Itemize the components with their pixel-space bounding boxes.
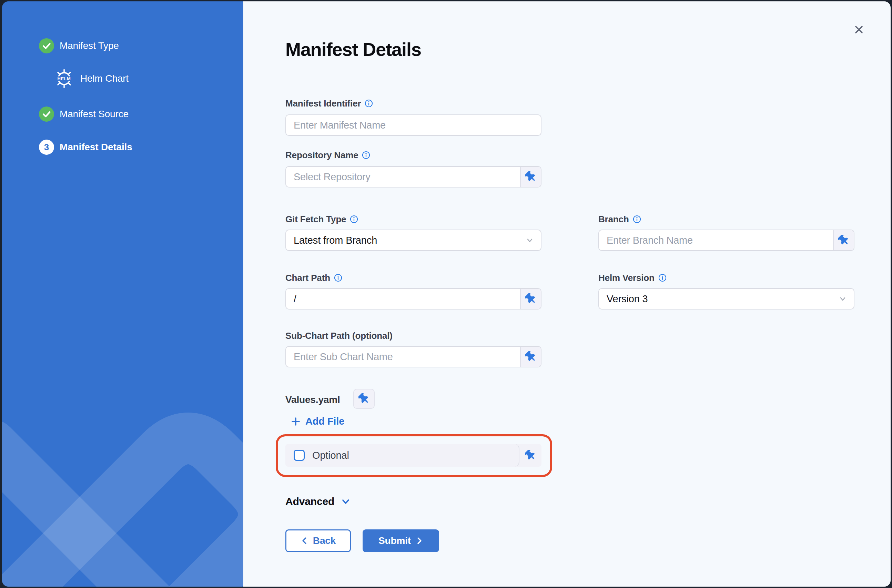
advanced-label: Advanced: [285, 496, 334, 507]
selected-value: Latest from Branch: [294, 235, 377, 246]
helm-version-label: Helm Version: [598, 272, 667, 284]
back-button[interactable]: Back: [285, 530, 351, 552]
pin-icon: [838, 235, 849, 246]
optional-checkbox-label: Optional: [312, 450, 349, 461]
branch-input[interactable]: [599, 230, 833, 250]
chevron-down-icon: [340, 496, 352, 507]
chart-path-field: [285, 288, 541, 309]
sub-chart-path-field: [285, 346, 541, 368]
label-text: Helm Version: [598, 273, 655, 284]
repository-name-label: Repository Name: [285, 150, 370, 160]
values-yaml-label: Values.yaml: [285, 394, 340, 405]
optional-checkbox[interactable]: [294, 450, 305, 461]
helm-badge-text: HELM: [58, 76, 71, 81]
manifest-identifier-field: [285, 114, 541, 136]
step-label: Manifest Details: [60, 142, 132, 153]
manifest-identifier-label: Manifest Identifier: [285, 98, 373, 109]
check-icon: [39, 38, 54, 53]
submit-label: Submit: [378, 535, 411, 546]
step-label: Manifest Type: [60, 40, 119, 51]
chevron-down-icon: [837, 293, 848, 304]
add-file-label: Add File: [305, 416, 344, 427]
manifest-details-panel: Manifest Details Manifest Identifier Rep…: [243, 2, 891, 586]
step-label: Manifest Source: [60, 109, 129, 120]
label-text: Repository Name: [285, 150, 358, 160]
optional-row-body: Optional: [285, 444, 519, 466]
label-text: Git Fetch Type: [285, 214, 346, 225]
label-text: Manifest Identifier: [285, 98, 361, 109]
sidebar-selected-type-helm-chart: HELM Helm Chart: [55, 69, 129, 88]
sidebar-step-manifest-details[interactable]: 3 Manifest Details: [39, 140, 132, 155]
helm-icon: HELM: [55, 69, 73, 88]
pin-runtime-input-button[interactable]: [520, 289, 541, 309]
selected-type-label: Helm Chart: [80, 73, 129, 84]
sidebar-step-manifest-type[interactable]: Manifest Type: [39, 38, 119, 53]
submit-button[interactable]: Submit: [363, 530, 439, 552]
pin-runtime-input-button[interactable]: [833, 230, 854, 250]
check-icon: [39, 38, 54, 53]
manifest-wizard-modal: Manifest Type HELM Helm Chart: [2, 2, 891, 586]
label-text: Branch: [598, 214, 629, 225]
branch-field: [598, 230, 855, 251]
sidebar-step-manifest-source[interactable]: Manifest Source: [39, 106, 129, 122]
page-title: Manifest Details: [285, 39, 421, 60]
chart-path-input[interactable]: [286, 289, 520, 309]
close-icon[interactable]: [852, 23, 866, 36]
step-number-badge: 3: [39, 140, 54, 155]
branch-label: Branch: [598, 214, 642, 225]
pin-icon: [525, 171, 536, 182]
add-file-button[interactable]: Add File: [291, 416, 344, 427]
git-fetch-type-select[interactable]: Latest from Branch: [285, 230, 541, 251]
pin-runtime-input-button[interactable]: [520, 167, 541, 187]
info-icon[interactable]: [349, 215, 358, 224]
sub-chart-path-label: Sub-Chart Path (optional): [285, 330, 393, 341]
selected-value: Version 3: [607, 293, 648, 304]
plus-icon: [291, 417, 301, 426]
chevron-right-icon: [415, 537, 423, 545]
check-icon: [39, 106, 54, 122]
pin-icon: [358, 393, 369, 404]
check-icon: [39, 106, 54, 122]
advanced-toggle[interactable]: Advanced: [285, 496, 352, 507]
helm-version-select[interactable]: Version 3: [598, 288, 855, 309]
git-fetch-type-label: Git Fetch Type: [285, 214, 358, 225]
pin-runtime-input-button[interactable]: [520, 347, 541, 367]
optional-row: Optional: [285, 444, 541, 466]
chevron-down-icon: [524, 235, 535, 246]
pin-icon: [525, 293, 536, 304]
chart-path-label: Chart Path: [285, 272, 343, 284]
info-icon[interactable]: [633, 215, 642, 224]
manifest-identifier-input[interactable]: [286, 115, 541, 135]
pin-icon: [525, 450, 536, 461]
label-text: Sub-Chart Path (optional): [285, 330, 393, 341]
repository-name-input[interactable]: [286, 167, 520, 187]
chevron-left-icon: [301, 537, 309, 545]
info-icon[interactable]: [361, 151, 370, 160]
back-label: Back: [313, 535, 336, 546]
info-icon[interactable]: [658, 273, 667, 282]
info-icon[interactable]: [364, 99, 373, 108]
repository-name-field: [285, 166, 541, 188]
wizard-sidebar: Manifest Type HELM Helm Chart: [2, 2, 243, 586]
label-text: Chart Path: [285, 273, 330, 284]
brand-watermark: [2, 308, 243, 586]
values-yaml-pin-button[interactable]: [353, 389, 375, 409]
info-icon[interactable]: [334, 273, 343, 282]
sub-chart-path-input[interactable]: [286, 347, 520, 367]
pin-runtime-input-button[interactable]: [519, 444, 541, 466]
pin-icon: [525, 351, 536, 362]
